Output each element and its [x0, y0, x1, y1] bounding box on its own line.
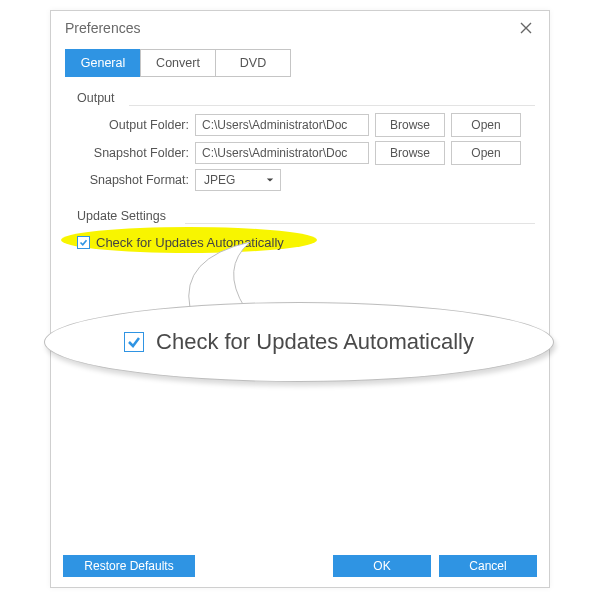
browse-snapshot-folder-button[interactable]: Browse [375, 141, 445, 165]
input-output-folder[interactable] [195, 114, 369, 136]
dialog-title: Preferences [65, 20, 140, 36]
tabs: General Convert DVD [65, 49, 535, 77]
group-output: Output [77, 91, 535, 105]
dialog-footer: Restore Defaults OK Cancel [63, 555, 537, 577]
restore-defaults-button[interactable]: Restore Defaults [63, 555, 195, 577]
label-output-folder: Output Folder: [77, 118, 195, 132]
label-check-updates: Check for Updates Automatically [96, 235, 284, 250]
group-update-settings: Update Settings [77, 209, 535, 223]
row-snapshot-format: Snapshot Format: JPEG [77, 169, 535, 191]
chevron-down-icon [266, 173, 274, 187]
row-output-folder: Output Folder: Browse Open [77, 113, 535, 137]
select-snapshot-format-value: JPEG [204, 173, 235, 187]
row-snapshot-folder: Snapshot Folder: Browse Open [77, 141, 535, 165]
input-snapshot-folder[interactable] [195, 142, 369, 164]
select-snapshot-format[interactable]: JPEG [195, 169, 281, 191]
label-snapshot-folder: Snapshot Folder: [77, 146, 195, 160]
preferences-dialog: Preferences General Convert DVD Output O… [50, 10, 550, 588]
open-output-folder-button[interactable]: Open [451, 113, 521, 137]
tab-general[interactable]: General [65, 49, 141, 77]
row-check-updates: Check for Updates Automatically [77, 235, 535, 250]
tab-convert[interactable]: Convert [140, 49, 216, 77]
tab-dvd[interactable]: DVD [215, 49, 291, 77]
dialog-body: Output Output Folder: Browse Open Snapsh… [65, 91, 535, 254]
browse-output-folder-button[interactable]: Browse [375, 113, 445, 137]
open-snapshot-folder-button[interactable]: Open [451, 141, 521, 165]
cancel-button[interactable]: Cancel [439, 555, 537, 577]
dialog-titlebar: Preferences [51, 11, 549, 43]
ok-button[interactable]: OK [333, 555, 431, 577]
close-icon[interactable] [517, 19, 535, 37]
checkbox-check-updates[interactable] [77, 236, 90, 249]
label-snapshot-format: Snapshot Format: [77, 173, 195, 187]
